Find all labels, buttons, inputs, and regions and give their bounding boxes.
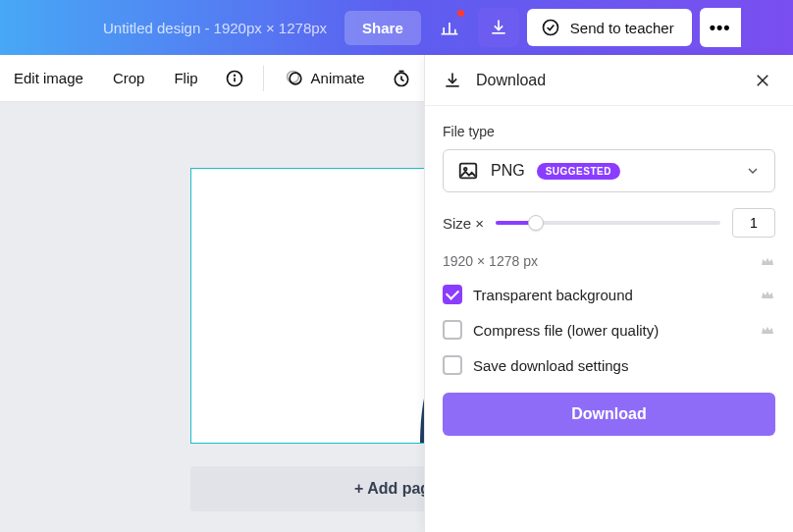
size-row: Size × <box>443 208 775 238</box>
insights-button[interactable] <box>429 8 470 47</box>
download-icon <box>443 71 462 90</box>
crown-icon <box>760 253 775 269</box>
clock-icon <box>392 69 411 88</box>
compress-row: Compress file (lower quality) <box>443 320 775 340</box>
svg-point-4 <box>543 21 557 35</box>
timing-button[interactable] <box>385 63 418 94</box>
bar-chart-icon <box>440 18 459 37</box>
crown-icon <box>760 287 775 302</box>
flip-button[interactable]: Flip <box>164 64 207 92</box>
dimensions-text: 1920 × 1278 px <box>443 253 538 269</box>
save-settings-label: Save download settings <box>473 357 775 374</box>
crop-button[interactable]: Crop <box>103 64 155 92</box>
send-to-teacher-label: Send to teacher <box>570 20 674 36</box>
download-button[interactable]: Download <box>443 393 775 436</box>
more-menu-button[interactable]: ••• <box>700 8 741 47</box>
transparent-bg-checkbox[interactable] <box>443 285 462 304</box>
dimensions-row: 1920 × 1278 px <box>443 253 775 269</box>
save-settings-row: Save download settings <box>443 355 775 375</box>
download-panel: Download File type PNG SUGGESTED Size × <box>424 55 793 532</box>
chevron-down-icon <box>745 163 761 179</box>
info-button[interactable] <box>218 63 251 94</box>
filetype-label: File type <box>443 124 775 139</box>
more-horizontal-icon: ••• <box>710 18 731 38</box>
animate-label: Animate <box>311 70 365 86</box>
toolbar-separator <box>263 66 264 91</box>
size-multiplier-input[interactable] <box>732 208 775 238</box>
slider-thumb[interactable] <box>528 215 544 231</box>
download-panel-header: Download <box>425 55 793 106</box>
image-file-icon <box>457 160 479 182</box>
app-header: Untitled design - 1920px × 1278px Share … <box>0 0 793 55</box>
compress-label: Compress file (lower quality) <box>473 322 749 339</box>
close-icon <box>754 72 771 89</box>
close-panel-button[interactable] <box>750 68 775 93</box>
suggested-badge: SUGGESTED <box>537 163 620 180</box>
download-panel-body: File type PNG SUGGESTED Size × 192 <box>425 106 793 387</box>
document-title[interactable]: Untitled design - 1920px × 1278px <box>103 20 327 36</box>
animate-button[interactable]: Animate <box>276 63 375 94</box>
svg-point-17 <box>464 168 467 171</box>
info-circle-icon <box>225 69 244 88</box>
transparent-bg-row: Transparent background <box>443 285 775 304</box>
compress-checkbox[interactable] <box>443 320 462 340</box>
animate-icon <box>286 69 305 88</box>
checkmark-circle-icon <box>541 18 560 37</box>
size-label: Size × <box>443 215 484 232</box>
crown-icon <box>760 322 775 338</box>
filetype-select[interactable]: PNG SUGGESTED <box>443 149 775 192</box>
svg-point-7 <box>234 75 235 76</box>
save-settings-checkbox[interactable] <box>443 355 462 375</box>
filetype-value: PNG <box>491 162 525 180</box>
share-button[interactable]: Share <box>344 11 421 45</box>
download-header-button[interactable] <box>478 8 519 47</box>
transparent-bg-label: Transparent background <box>473 287 749 303</box>
download-panel-title: Download <box>476 72 736 89</box>
download-icon <box>489 18 508 37</box>
size-slider[interactable] <box>496 213 720 233</box>
edit-image-button[interactable]: Edit image <box>4 64 93 92</box>
send-to-teacher-button[interactable]: Send to teacher <box>527 9 692 46</box>
notification-dot-icon <box>457 10 464 17</box>
